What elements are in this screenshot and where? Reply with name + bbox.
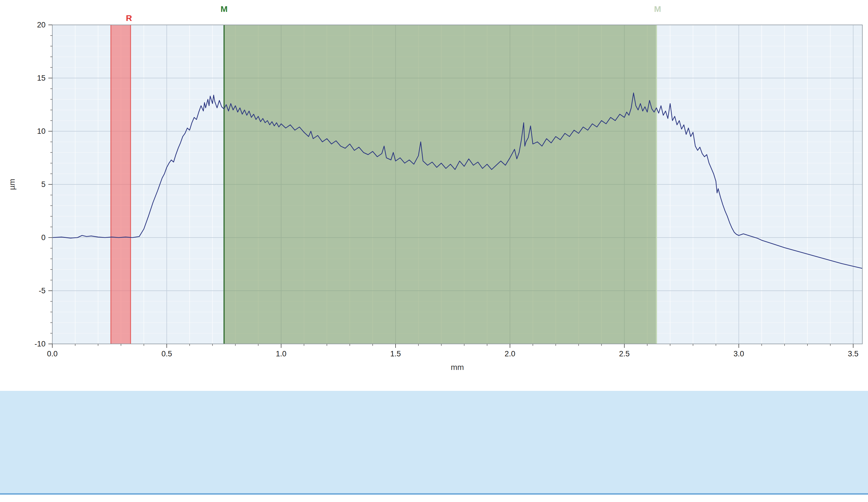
y-axis-label: µm [8,179,17,190]
x-tick-label: 1.5 [390,350,401,358]
x-tick-label: 2.0 [505,350,515,358]
m-measurement-region[interactable] [224,25,656,344]
bottom-panel: Plot Legend ✔ Total Profile Cursor Statu… [0,391,868,493]
x-tick-label: 0.5 [162,350,172,358]
x-tick-label: 3.0 [733,350,744,358]
app-window: 0.00.51.01.52.02.53.03.5-10-505101520µmm… [0,0,868,502]
y-tick-label: 5 [41,180,45,189]
x-tick-label: 2.5 [619,350,630,358]
y-tick-label: 10 [37,127,45,135]
x-tick-label: 3.5 [848,350,859,358]
x-tick-label: 1.0 [276,350,287,358]
y-tick-label: -5 [39,287,45,295]
r-cursor-band[interactable] [111,25,131,344]
y-tick-label: -10 [34,340,45,348]
y-tick-label: 15 [37,74,45,82]
y-tick-label: 0 [41,233,45,242]
x-axis-label: mm [451,363,464,372]
bottom-divider [0,493,868,495]
cursor-label-M[interactable]: M [220,4,228,13]
profile-plot[interactable]: 0.00.51.01.52.02.53.03.5-10-505101520µmm… [0,0,868,379]
y-tick-label: 20 [37,21,45,29]
x-tick-label: 0.0 [47,350,58,358]
cursor-label-R[interactable]: R [126,13,132,23]
cursor-label-M[interactable]: M [654,4,661,13]
